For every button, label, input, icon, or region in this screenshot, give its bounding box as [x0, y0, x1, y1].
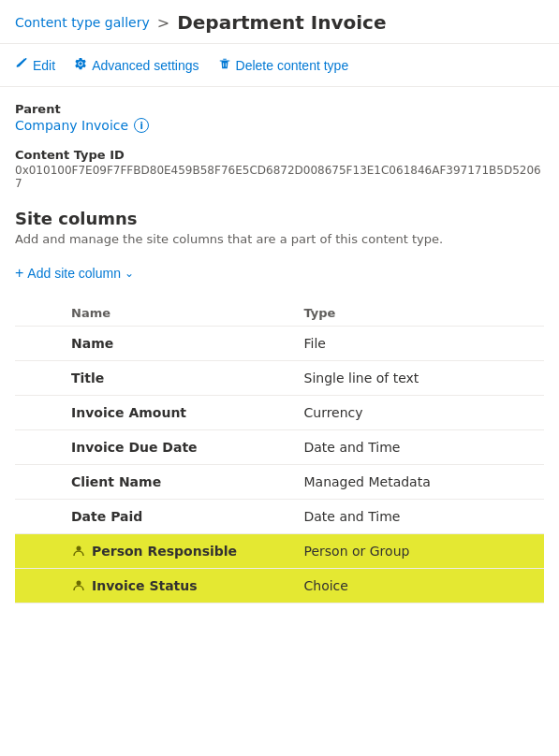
content-type-id-value: 0x010100F7E09F7FFBD80E459B58F76E5CD6872D… — [15, 164, 544, 190]
table-rows: NameFileTitleSingle line of textInvoice … — [15, 327, 544, 603]
breadcrumb: Content type gallery > Department Invoic… — [15, 11, 544, 34]
page-header: Content type gallery > Department Invoic… — [0, 0, 559, 87]
column-type: File — [304, 336, 537, 351]
table-header-row: Name Type — [15, 300, 544, 327]
content-type-id-label: Content Type ID — [15, 148, 544, 162]
columns-table: Name Type NameFileTitleSingle line of te… — [15, 300, 544, 603]
column-name: Invoice Status — [71, 578, 304, 593]
edit-label: Edit — [33, 58, 55, 73]
table-row[interactable]: NameFile — [15, 327, 544, 361]
row-icon — [71, 544, 86, 559]
advanced-settings-button[interactable]: Advanced settings — [74, 53, 199, 77]
column-name: Title — [71, 371, 304, 385]
col-header-type: Type — [304, 306, 537, 320]
site-columns-section: Site columns Add and manage the site col… — [15, 209, 544, 603]
row-icon — [71, 578, 86, 593]
table-row[interactable]: Invoice AmountCurrency — [15, 396, 544, 430]
add-site-column-label: Add site column — [27, 266, 121, 281]
column-type: Single line of text — [304, 371, 537, 385]
parent-value: Company Invoice — [15, 118, 128, 133]
column-name: Person Responsible — [71, 544, 304, 559]
column-name: Date Paid — [71, 509, 304, 524]
toolbar: Edit Advanced settings Delete content ty… — [0, 44, 559, 87]
site-columns-description: Add and manage the site columns that are… — [15, 232, 544, 246]
edit-icon — [15, 57, 28, 73]
column-name: Invoice Amount — [71, 405, 304, 420]
column-type: Currency — [304, 405, 537, 420]
col-header-name: Name — [71, 306, 304, 320]
parent-label: Parent — [15, 102, 544, 116]
info-icon[interactable]: i — [134, 118, 149, 133]
table-row[interactable]: TitleSingle line of text — [15, 361, 544, 396]
column-type: Date and Time — [304, 440, 537, 455]
parent-section: Parent Company Invoice i — [15, 102, 544, 133]
column-name: Client Name — [71, 474, 304, 489]
plus-icon: + — [15, 265, 23, 282]
chevron-down-icon: ⌄ — [125, 267, 134, 280]
main-content: Parent Company Invoice i Content Type ID… — [0, 87, 559, 603]
table-row[interactable]: Invoice StatusChoice — [15, 569, 544, 603]
breadcrumb-parent-link[interactable]: Content type gallery — [15, 15, 150, 30]
content-type-id-section: Content Type ID 0x010100F7E09F7FFBD80E45… — [15, 148, 544, 190]
column-type: Managed Metadata — [304, 474, 537, 489]
edit-button[interactable]: Edit — [15, 53, 55, 77]
column-name: Invoice Due Date — [71, 440, 304, 455]
advanced-settings-label: Advanced settings — [92, 58, 199, 73]
column-name: Name — [71, 336, 304, 351]
column-type: Date and Time — [304, 509, 537, 524]
add-site-column-button[interactable]: + Add site column ⌄ — [15, 261, 134, 285]
svg-point-0 — [77, 546, 81, 551]
delete-icon — [218, 57, 231, 73]
column-type: Choice — [304, 578, 537, 593]
delete-button[interactable]: Delete content type — [218, 53, 349, 77]
breadcrumb-separator: > — [157, 14, 169, 32]
column-type: Person or Group — [304, 544, 537, 559]
site-columns-title: Site columns — [15, 209, 544, 228]
gear-icon — [74, 57, 87, 73]
svg-point-1 — [77, 581, 81, 586]
table-row[interactable]: Date PaidDate and Time — [15, 500, 544, 534]
page-title: Department Invoice — [177, 11, 386, 34]
table-row[interactable]: Person ResponsiblePerson or Group — [15, 534, 544, 569]
table-row[interactable]: Invoice Due DateDate and Time — [15, 430, 544, 465]
delete-label: Delete content type — [236, 58, 349, 73]
table-row[interactable]: Client NameManaged Metadata — [15, 465, 544, 500]
parent-value-row: Company Invoice i — [15, 118, 544, 133]
